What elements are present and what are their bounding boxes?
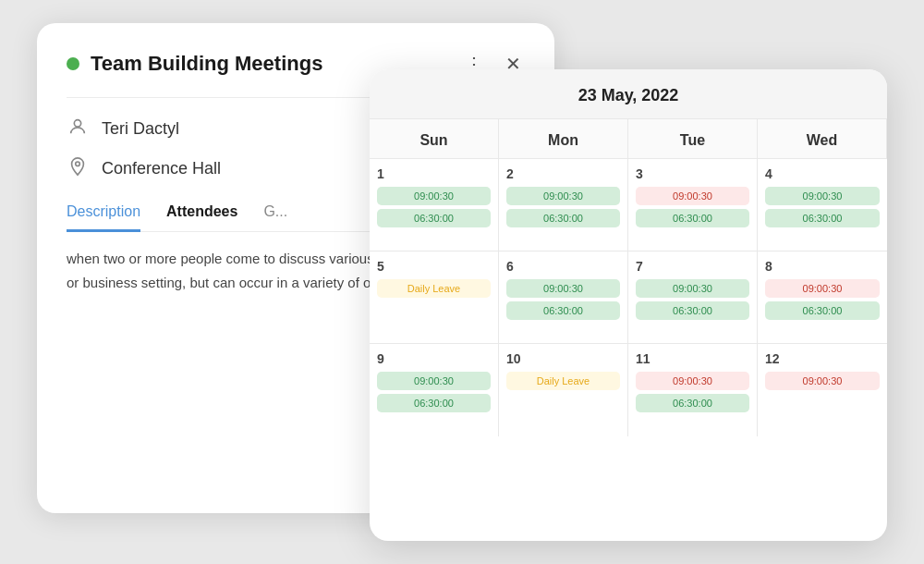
cal-cell-1: 1 09:00:30 06:30:00 — [370, 159, 499, 251]
cal-cell-12: 12 09:00:30 — [758, 344, 887, 436]
cal-cell-10: 10 Daily Leave — [499, 344, 628, 436]
tab-g[interactable]: G... — [263, 203, 287, 232]
event-3-2[interactable]: 06:30:00 — [636, 209, 749, 227]
calendar-card: 23 May, 2022 Sun Mon Tue Wed 1 09:00:30 … — [370, 69, 887, 541]
event-3-1[interactable]: 09:00:30 — [636, 187, 749, 205]
event-7-1[interactable]: 09:00:30 — [636, 279, 749, 298]
event-4-2[interactable]: 06:30:00 — [765, 209, 880, 227]
cal-cell-4: 4 09:00:30 06:30:00 — [758, 159, 887, 251]
status-dot — [67, 57, 79, 70]
person-icon — [67, 116, 89, 141]
svg-point-0 — [74, 120, 80, 127]
event-1-1[interactable]: 09:00:30 — [377, 187, 491, 205]
event-10-1[interactable]: Daily Leave — [506, 372, 620, 390]
event-5-1[interactable]: Daily Leave — [377, 279, 491, 298]
attendee-name: Teri Dactyl — [102, 119, 179, 139]
col-header-wed: Wed — [758, 119, 887, 159]
event-4-1[interactable]: 09:00:30 — [765, 187, 880, 205]
cal-cell-7: 7 09:00:30 06:30:00 — [628, 251, 758, 344]
event-11-2[interactable]: 06:30:00 — [636, 394, 749, 412]
col-header-mon: Mon — [499, 119, 628, 159]
event-2-2[interactable]: 06:30:00 — [506, 209, 620, 227]
event-12-1[interactable]: 09:00:30 — [765, 372, 880, 390]
cal-cell-8: 8 09:00:30 06:30:00 — [758, 251, 887, 344]
location-icon — [67, 156, 89, 181]
event-8-2[interactable]: 06:30:00 — [765, 301, 880, 320]
scene: Team Building Meetings ⋮ ✕ Teri Dactyl — [37, 23, 887, 541]
cal-cell-5: 5 Daily Leave — [370, 251, 499, 344]
cal-cell-6: 6 09:00:30 06:30:00 — [499, 251, 628, 344]
event-2-1[interactable]: 09:00:30 — [506, 187, 620, 205]
cal-cell-2: 2 09:00:30 06:30:00 — [499, 159, 628, 251]
col-header-tue: Tue — [628, 119, 758, 159]
event-9-2[interactable]: 06:30:00 — [377, 394, 491, 412]
tab-attendees[interactable]: Attendees — [166, 203, 237, 232]
card-title: Team Building Meetings — [91, 52, 322, 76]
svg-point-1 — [76, 162, 80, 166]
calendar-title: 23 May, 2022 — [370, 69, 887, 118]
col-header-sun: Sun — [370, 119, 499, 159]
event-6-1[interactable]: 09:00:30 — [506, 279, 620, 298]
cal-cell-11: 11 09:00:30 06:30:00 — [628, 344, 758, 436]
event-7-2[interactable]: 06:30:00 — [636, 301, 749, 320]
cal-cell-3: 3 09:00:30 06:30:00 — [628, 159, 758, 251]
event-1-2[interactable]: 06:30:00 — [377, 209, 491, 227]
event-8-1[interactable]: 09:00:30 — [765, 279, 880, 298]
location-name: Conference Hall — [102, 159, 221, 178]
cal-cell-9: 9 09:00:30 06:30:00 — [370, 344, 499, 436]
title-group: Team Building Meetings — [67, 52, 322, 76]
event-9-1[interactable]: 09:00:30 — [377, 372, 491, 390]
event-6-2[interactable]: 06:30:00 — [506, 301, 620, 320]
tab-description[interactable]: Description — [67, 203, 140, 232]
event-11-1[interactable]: 09:00:30 — [636, 372, 749, 390]
calendar-grid: Sun Mon Tue Wed 1 09:00:30 06:30:00 2 09… — [370, 118, 887, 436]
